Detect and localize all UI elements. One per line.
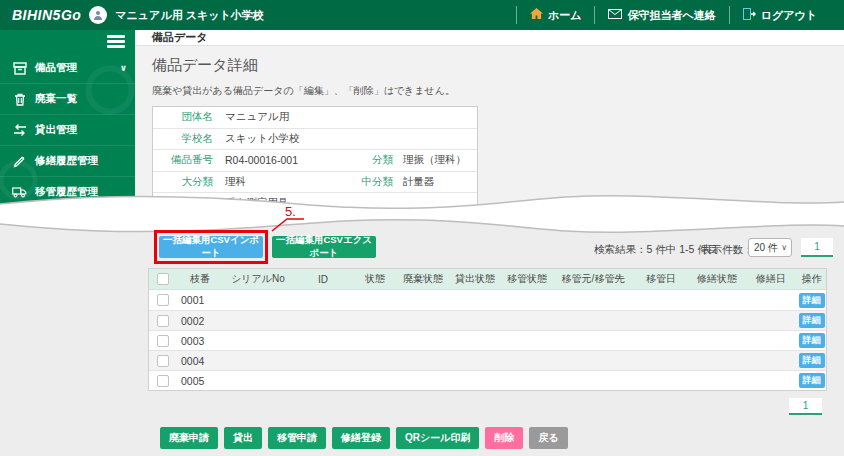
sidebar: 備品管理 ∨ 廃棄一覧 貸出管理 [0,30,135,233]
field-value: マニュアル用 [225,110,353,124]
sidebar-item-label: 備品管理 [35,61,112,75]
main-area: 備品データ 備品データ詳細 廃棄や貸出がある備品データの「編集」、「削除」はでき… [135,30,844,233]
app-window: BIHIN5Go マニュアル用 スキット小学校 ホーム 保守担当 [0,0,844,456]
row-checkbox[interactable] [157,375,169,387]
nav-home[interactable]: ホーム [516,6,595,24]
col-header-transfer-date: 移管日 [633,272,689,286]
table-header-row: 枝番 シリアルNo ID 状態 廃棄状態 貸出状態 移管状態 移管元/移管先 移… [149,269,826,290]
pagination-page-1-bottom[interactable]: 1 [789,398,822,415]
delete-button[interactable]: 削除 [485,427,523,449]
top-header: BIHIN5Go マニュアル用 スキット小学校 ホーム 保守担当 [0,0,844,30]
truck-icon [12,185,27,200]
field-label: 備品番号 [153,153,225,167]
detail-row-equipment-number: 備品番号 R04-00016-001 分類 理振（理科） [153,150,477,172]
sidebar-item-transfer-history[interactable]: 移管履歴管理 [0,177,135,208]
sidebar-item-lending[interactable]: 貸出管理 [0,115,135,146]
col-header-edaban: 枝番 [177,272,223,286]
swap-arrows-icon [12,123,27,138]
edaban-value: 0004 [177,355,223,367]
col-header-transfer-from-to: 移管元/移管先 [553,272,633,286]
trash-icon [12,92,27,107]
detail-row-cutoff [153,215,477,234]
edaban-value: 0003 [177,335,223,347]
pagination-page-1-top[interactable]: 1 [801,238,833,257]
per-page-select[interactable]: 20 件 ∨ [748,238,792,257]
csv-import-button[interactable]: 一括編集用CSVインポート [159,236,263,258]
field-value: 理振（理科） [403,153,477,167]
top-section: BIHIN5Go マニュアル用 スキット小学校 ホーム 保守担当 [0,0,844,233]
col-header-serial: シリアルNo [223,272,293,286]
nav-home-label: ホーム [548,8,582,23]
wrench-icon [12,154,27,169]
detail-button[interactable]: 詳細 [799,353,825,368]
document-icon [12,216,27,231]
box-icon [12,61,27,76]
organization-name: マニュアル用 スキット小学校 [115,8,263,23]
chevron-down-icon: ∨ [120,63,127,73]
page-title: 備品データ詳細 [152,56,844,75]
hamburger-menu-icon[interactable] [107,35,125,48]
transfer-request-button[interactable]: 移管申請 [268,427,326,449]
field-value: スキット小学校 [225,132,353,146]
sidebar-nav: 備品管理 ∨ 廃棄一覧 貸出管理 [0,53,135,233]
field-label: 学校名 [153,132,225,146]
field-label: 中分類 [353,175,403,189]
table-row: 0001 詳細 [149,290,826,310]
row-checkbox[interactable] [157,355,169,367]
col-header-status: 状態 [353,272,397,286]
field-label: 大分類 [153,175,225,189]
back-button[interactable]: 戻る [529,427,567,449]
field-value: 理科 [225,175,353,189]
detail-button[interactable]: 詳細 [799,333,825,348]
csv-export-button[interactable]: 一括編集用CSVエクスポート [272,236,376,258]
edaban-value: 0002 [177,315,223,327]
breadcrumb: 備品データ [152,30,208,45]
logout-icon [743,8,756,22]
top-nav: ホーム 保守担当者へ連絡 ログアウト [516,0,830,30]
row-checkbox[interactable] [157,335,169,347]
col-header-actions: 操作 [797,272,826,286]
nav-logout[interactable]: ログアウト [729,6,830,24]
detail-row-minor-category: 小分類 重さ測定用具 [153,193,477,215]
row-checkbox[interactable] [157,294,169,306]
col-header-transfer-status: 移管状態 [501,272,553,286]
field-value: R04-00016-001 [225,154,353,166]
detail-button[interactable]: 詳細 [799,373,825,388]
table-row: 0004 詳細 [149,350,826,370]
qr-seal-print-button[interactable]: QRシール印刷 [396,427,479,449]
col-header-disposal: 廃棄状態 [397,272,449,286]
chevron-down-icon: ∨ [781,243,787,252]
row-checkbox[interactable] [157,315,169,327]
sidebar-item-equipment[interactable]: 備品管理 ∨ [0,53,135,84]
edaban-value: 0001 [177,294,223,306]
school-badge-icon [89,6,107,24]
col-header-repair-date: 修繕日 [745,272,797,286]
field-label: 分類 [353,153,403,167]
col-header-lending: 貸出状態 [449,272,501,286]
disposal-request-button[interactable]: 廃棄申請 [160,427,218,449]
sidebar-item-label: 貸出管理 [35,123,127,137]
field-value: 重さ測定用具 [225,196,353,210]
nav-logout-label: ログアウト [761,8,817,23]
detail-row-organization: 団体名 マニュアル用 [153,107,477,129]
mail-icon [608,9,622,21]
field-label: 団体名 [153,110,225,124]
detail-row-school: 学校名 スキット小学校 [153,129,477,151]
branch-items-table: 枝番 シリアルNo ID 状態 廃棄状態 貸出状態 移管状態 移管元/移管先 移… [148,268,827,391]
table-row: 0002 詳細 [149,310,826,330]
sidebar-item-cutoff[interactable] [0,208,135,233]
lend-button[interactable]: 貸出 [224,427,262,449]
edit-restriction-note: 廃棄や貸出がある備品データの「編集」、「削除」はできません。 [152,84,844,98]
nav-contact-label: 保守担当者へ連絡 [627,8,715,23]
repair-register-button[interactable]: 修繕登録 [332,427,390,449]
sidebar-item-label: 移管履歴管理 [35,185,127,199]
nav-contact-maintenance[interactable]: 保守担当者へ連絡 [594,6,728,24]
detail-button[interactable]: 詳細 [799,313,825,328]
sidebar-item-disposal-list[interactable]: 廃棄一覧 [0,84,135,115]
sidebar-item-repair-history[interactable]: 修繕履歴管理 [0,146,135,177]
detail-button[interactable]: 詳細 [799,293,825,308]
sidebar-item-label: 修繕履歴管理 [35,154,127,168]
content-area: 備品データ詳細 廃棄や貸出がある備品データの「編集」、「削除」はできません。 団… [135,46,844,233]
select-all-checkbox[interactable] [157,273,169,285]
table-row: 0005 詳細 [149,370,826,390]
